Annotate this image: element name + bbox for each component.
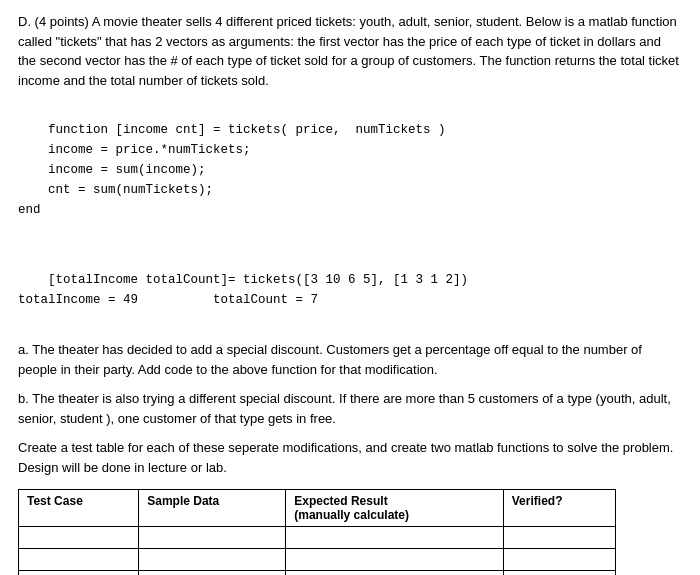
part-a-text: The theater has decided to add a special… — [18, 342, 642, 377]
output-line-1: [totalIncome totalCount]= tickets([3 10 … — [48, 273, 468, 287]
cell-test-case-3 — [19, 571, 139, 576]
cell-sample-data-1 — [139, 527, 286, 549]
instruction: Create a test table for each of these se… — [18, 438, 682, 477]
table-header-row: Test Case Sample Data Expected Result(ma… — [19, 490, 616, 527]
code-line-5: end — [18, 203, 41, 217]
cell-verified-3 — [503, 571, 615, 576]
output-line-2: totalIncome = 49 totalCount = 7 — [18, 293, 318, 307]
cell-verified-2 — [503, 549, 615, 571]
cell-test-case-2 — [19, 549, 139, 571]
table-row — [19, 527, 616, 549]
table-container: Test Case Sample Data Expected Result(ma… — [18, 489, 682, 575]
col-test-case: Test Case — [19, 490, 139, 527]
col-sample-data: Sample Data — [139, 490, 286, 527]
part-b-label: b. — [18, 391, 29, 406]
cell-sample-data-2 — [139, 549, 286, 571]
part-a: a. The theater has decided to add a spec… — [18, 340, 682, 379]
cell-sample-data-3 — [139, 571, 286, 576]
part-b: b. The theater is also trying a differen… — [18, 389, 682, 428]
cell-expected-1 — [286, 527, 504, 549]
table-row — [19, 571, 616, 576]
output-block: [totalIncome totalCount]= tickets([3 10 … — [18, 250, 682, 330]
test-table: Test Case Sample Data Expected Result(ma… — [18, 489, 616, 575]
col-verified: Verified? — [503, 490, 615, 527]
code-line-1: function [income cnt] = tickets( price, … — [48, 123, 446, 137]
cell-expected-2 — [286, 549, 504, 571]
code-line-2: income = price.*numTickets; — [18, 143, 251, 157]
question-container: D. (4 points) A movie theater sells 4 di… — [18, 12, 682, 575]
cell-verified-1 — [503, 527, 615, 549]
cell-test-case-1 — [19, 527, 139, 549]
question-header: D. (4 points) A movie theater sells 4 di… — [18, 12, 682, 90]
code-line-4: cnt = sum(numTickets); — [18, 183, 213, 197]
col-expected-result: Expected Result(manually calculate) — [286, 490, 504, 527]
table-row — [19, 549, 616, 571]
part-a-label: a. — [18, 342, 29, 357]
part-b-text: The theater is also trying a different s… — [18, 391, 671, 426]
code-block: function [income cnt] = tickets( price, … — [18, 100, 682, 240]
code-line-3: income = sum(income); — [18, 163, 206, 177]
cell-expected-3 — [286, 571, 504, 576]
